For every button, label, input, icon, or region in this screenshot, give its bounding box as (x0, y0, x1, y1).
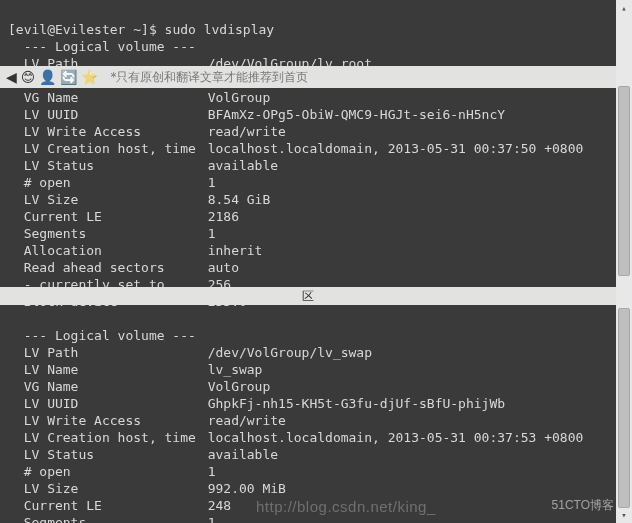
scrollbar-thumb-upper[interactable] (618, 86, 630, 276)
label: LV Name (24, 361, 208, 378)
label: LV Creation host, time (24, 429, 208, 446)
value: 1 (208, 515, 216, 523)
value: available (208, 447, 278, 462)
scroll-down-arrow[interactable]: ▾ (616, 507, 632, 523)
scrollbar-thumb-lower[interactable] (618, 308, 630, 508)
value: 1 (208, 464, 216, 479)
toolbar-icons: ◀ 😊 👤 🔄 ⭐ (6, 69, 98, 85)
value: BFAmXz-OPg5-ObiW-QMC9-HGJt-sei6-nH5ncY (208, 107, 505, 122)
section-header: --- Logical volume --- (24, 328, 196, 343)
label: Current LE (24, 497, 208, 514)
label: LV UUID (24, 395, 208, 412)
scroll-up-arrow[interactable]: ▴ (616, 0, 632, 16)
value: /dev/VolGroup/lv_swap (208, 345, 372, 360)
label: LV Path (24, 344, 208, 361)
section-header: --- Logical volume --- (24, 39, 196, 54)
prompt-symbol: $ (149, 22, 157, 37)
label: LV Status (24, 446, 208, 463)
value: 2186 (208, 209, 239, 224)
terminal-window: [evil@Evilester ~]$ sudo lvdisplay --- L… (0, 0, 632, 523)
back-icon[interactable]: ◀ (6, 69, 17, 85)
value: auto (208, 260, 239, 275)
label: Read ahead sectors (24, 259, 208, 276)
label: Segments (24, 225, 208, 242)
label: Segments (24, 514, 208, 523)
value: 8.54 GiB (208, 192, 271, 207)
command-text: sudo lvdisplay (165, 22, 275, 37)
label: LV Write Access (24, 412, 208, 429)
label: VG Name (24, 89, 208, 106)
value: available (208, 158, 278, 173)
value: VolGroup (208, 379, 271, 394)
value: 1 (208, 175, 216, 190)
vertical-scrollbar[interactable]: ▴ ▾ (616, 0, 632, 523)
region-label: 区 (302, 288, 314, 305)
shell-prompt: [evil@Evilester ~] (8, 22, 149, 37)
smile-icon[interactable]: 😊 (21, 69, 36, 85)
label: LV Status (24, 157, 208, 174)
star-icon[interactable]: ⭐ (81, 69, 98, 85)
label: LV UUID (24, 106, 208, 123)
user-icon[interactable]: 👤 (39, 69, 56, 85)
label: # open (24, 174, 208, 191)
label: # open (24, 463, 208, 480)
value: 248 (208, 498, 231, 513)
value: 1 (208, 226, 216, 241)
value: VolGroup (208, 90, 271, 105)
label: Current LE (24, 208, 208, 225)
value: localhost.localdomain, 2013-05-31 00:37:… (208, 141, 584, 156)
label: VG Name (24, 378, 208, 395)
value: read/write (208, 413, 286, 428)
label: LV Size (24, 480, 208, 497)
collapsed-region-marker[interactable]: 区 (0, 287, 616, 305)
label: LV Write Access (24, 123, 208, 140)
value: read/write (208, 124, 286, 139)
value: inherit (208, 243, 263, 258)
value: localhost.localdomain, 2013-05-31 00:37:… (208, 430, 584, 445)
editor-toolbar-overlay: ◀ 😊 👤 🔄 ⭐ *只有原创和翻译文章才能推荐到首页 (0, 66, 616, 88)
overlay-note: *只有原创和翻译文章才能推荐到首页 (110, 69, 308, 86)
refresh-icon[interactable]: 🔄 (60, 69, 77, 85)
value: GhpkFj-nh15-KH5t-G3fu-djUf-sBfU-phijWb (208, 396, 505, 411)
label: Allocation (24, 242, 208, 259)
value: 992.00 MiB (208, 481, 286, 496)
value: lv_swap (208, 362, 263, 377)
label: LV Creation host, time (24, 140, 208, 157)
label: LV Size (24, 191, 208, 208)
